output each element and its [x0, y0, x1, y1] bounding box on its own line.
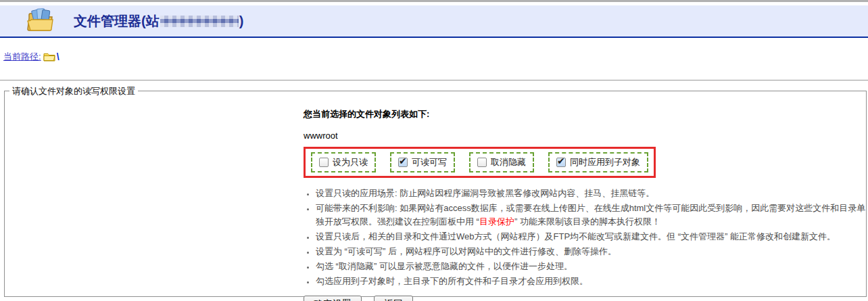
note-text: ” 功能来限制该目录的脚本执行权限！	[514, 216, 660, 227]
current-path-link[interactable]: 当前路径:	[3, 51, 41, 63]
directory-protection-highlight: 目录保护	[479, 216, 514, 227]
note-item-0: 设置只读的应用场景: 防止网站因程序漏洞导致被黑客修改网站内容、挂马、挂黑链等。	[316, 187, 866, 200]
note-item-2: 设置只读后，相关的目录和文件通过Web方式（网站程序）及FTP均不能改写或新建文…	[316, 230, 866, 244]
section-divider	[0, 80, 868, 80]
permission-option-0[interactable]: 设为只读	[311, 152, 376, 172]
note-item-5: 勾选应用到子对象时，主目录下的所有文件和子目录才会应用到权限。	[316, 275, 866, 288]
permission-settings-panel: 请确认文件对象的读写权限设置 您当前选择的文件对象列表如下: wwwroot 设…	[4, 85, 867, 297]
option-label: 设为只读	[333, 156, 368, 168]
file-manager-folder-icon	[25, 7, 53, 35]
top-border-line	[0, 0, 868, 2]
note-text: 设置只读后，相关的目录和文件通过Web方式（网站程序）及FTP均不能改写或新建文…	[316, 231, 836, 241]
note-text: 设置只读的应用场景: 防止网站因程序漏洞导致被黑客修改网站内容、挂马、挂黑链等。	[316, 188, 654, 198]
checkbox-unchecked-icon[interactable]	[477, 158, 487, 167]
note-text: 勾选应用到子对象时，主目录下的所有文件和子目录才会应用到权限。	[316, 276, 588, 286]
folder-icon[interactable]	[43, 52, 55, 62]
note-text: 勾选 “取消隐藏” 可以显示被恶意隐藏的文件，以便作进一步处理。	[316, 261, 573, 271]
option-label: 同时应用到子对象	[570, 156, 640, 168]
page-title: 文件管理器(站 )	[74, 12, 243, 30]
note-item-4: 勾选 “取消隐藏” 可以显示被恶意隐藏的文件，以便作进一步处理。	[316, 260, 866, 273]
notes-list: 设置只读的应用场景: 防止网站因程序漏洞导致被黑客修改网站内容、挂马、挂黑链等。…	[304, 187, 866, 288]
confirm-settings-button[interactable]: 确定设置	[304, 296, 362, 301]
permission-option-1[interactable]: 可读可写	[390, 152, 455, 172]
permission-options-group: 设为只读可读可写取消隐藏同时应用到子对象	[304, 147, 656, 178]
permission-option-3[interactable]: 同时应用到子对象	[548, 152, 648, 172]
page-title-suffix: )	[239, 14, 244, 29]
note-item-3: 设置为 “可读可写” 后，网站程序可以对网站中的文件进行修改、删除等操作。	[316, 245, 866, 258]
note-item-1: 可能带来的不利影响: 如果网站有access数据库，或需要在线上传图片、在线生成…	[316, 202, 866, 229]
permission-option-2[interactable]: 取消隐藏	[469, 152, 534, 172]
action-buttons: 确定设置 返回	[304, 296, 866, 301]
option-label: 可读可写	[412, 156, 447, 168]
page-title-prefix: 文件管理器(站	[74, 12, 160, 30]
checkbox-unchecked-icon[interactable]	[319, 158, 329, 167]
redacted-site-id	[160, 16, 239, 27]
note-text: 设置为 “可读可写” 后，网站程序可以对网站中的文件进行修改、删除等操作。	[316, 246, 617, 256]
panel-legend: 请确认文件对象的读写权限设置	[9, 85, 138, 97]
panel-content: 您当前选择的文件对象列表如下: wwwroot 设为只读可读可写取消隐藏同时应用…	[304, 97, 866, 301]
breadcrumb: 当前路径: \	[3, 51, 868, 63]
selected-list-heading: 您当前选择的文件对象列表如下:	[304, 108, 866, 120]
checkbox-checked-icon[interactable]	[398, 158, 408, 167]
path-value: \	[57, 51, 59, 62]
option-label: 取消隐藏	[491, 156, 526, 168]
page-header: 文件管理器(站 )	[0, 5, 868, 38]
checkbox-checked-icon[interactable]	[556, 158, 566, 167]
selected-object-name: wwwroot	[304, 131, 866, 141]
back-button[interactable]: 返回	[374, 296, 413, 301]
